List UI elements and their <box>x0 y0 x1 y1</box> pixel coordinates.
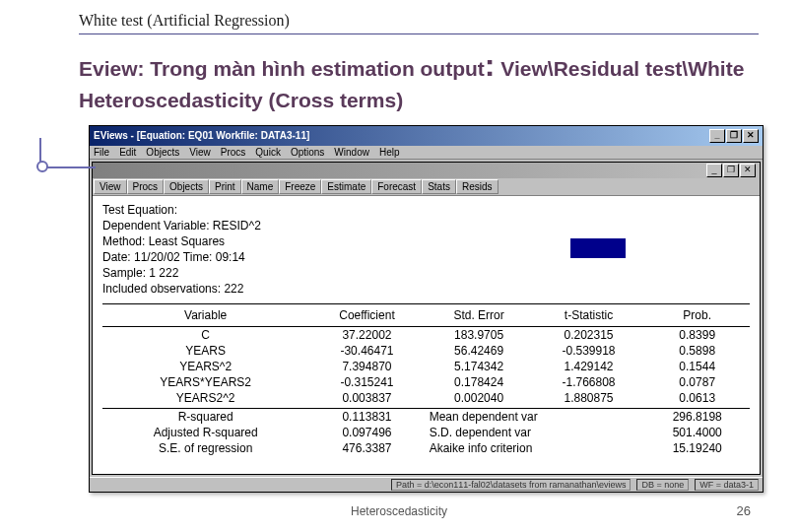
tool-name[interactable]: Name <box>241 179 280 194</box>
col-prob: Prob. <box>644 303 750 326</box>
table-row: YEARS-30.4647156.42469-0.5399180.5898 <box>102 343 750 359</box>
app-titlebar: EViews - [Equation: EQ01 Workfile: DATA3… <box>90 126 763 146</box>
col-tstat: t-Statistic <box>533 303 645 326</box>
table-row: YEARS^27.3948705.1743421.4291420.1544 <box>102 359 750 374</box>
menu-objects[interactable]: Objects <box>146 147 179 158</box>
decor-accent <box>39 138 41 167</box>
menu-procs[interactable]: Procs <box>221 147 246 158</box>
status-wf: WF = data3-1 <box>695 479 759 491</box>
table-row: YEARS2^20.0038370.0020401.8808750.0613 <box>102 390 750 406</box>
tool-stats[interactable]: Stats <box>422 179 456 194</box>
tool-view[interactable]: View <box>94 179 127 194</box>
stats-row: Adjusted R-squared 0.097496 S.D. depende… <box>102 425 750 440</box>
maximize-button[interactable]: ❐ <box>726 129 742 143</box>
slide-title: White test (Artificial Regression) <box>79 12 290 29</box>
info-method: Method: Least Squares <box>102 233 750 249</box>
stats-row: S.E. of regression 476.3387 Akaike info … <box>102 440 750 456</box>
info-obs: Included observations: 222 <box>102 281 750 297</box>
menu-options[interactable]: Options <box>291 147 324 158</box>
eq-minimize-button[interactable]: _ <box>706 164 722 177</box>
equation-window: _ ❐ ✕ View Procs Objects Print Name Free… <box>92 162 761 475</box>
tool-objects[interactable]: Objects <box>164 179 209 194</box>
menu-window[interactable]: Window <box>334 147 369 158</box>
highlight-rectangle <box>570 238 626 258</box>
close-button[interactable]: ✕ <box>743 129 759 143</box>
menu-edit[interactable]: Edit <box>119 147 136 158</box>
tool-resids[interactable]: Resids <box>456 179 499 194</box>
menu-view[interactable]: View <box>189 147 211 158</box>
tool-forecast[interactable]: Forecast <box>371 179 422 194</box>
col-variable: Variable <box>102 303 308 326</box>
col-coefficient: Coefficient <box>308 303 425 326</box>
menu-help[interactable]: Help <box>379 147 400 158</box>
status-path: Path = d:\econ111-fal02\datasets from ra… <box>391 479 631 491</box>
col-stderror: Std. Error <box>426 303 533 326</box>
status-db: DB = none <box>636 479 689 491</box>
menu-file[interactable]: File <box>94 147 109 158</box>
tool-procs[interactable]: Procs <box>127 179 165 194</box>
eq-maximize-button[interactable]: ❐ <box>723 164 739 177</box>
table-row: YEARS*YEARS2-0.3152410.178424-1.7668080.… <box>102 374 750 390</box>
slide-footer: Heteroscedasticity <box>0 504 798 518</box>
info-depvar: Dependent Variable: RESID^2 <box>102 218 750 233</box>
info-sample: Sample: 1 222 <box>102 265 750 281</box>
eviews-window: EViews - [Equation: EQ01 Workfile: DATA3… <box>89 125 764 493</box>
menu-quick[interactable]: Quick <box>255 147 281 158</box>
minimize-button[interactable]: _ <box>709 129 725 143</box>
stats-row: R-squared 0.113831 Mean dependent var 29… <box>102 408 750 425</box>
eq-close-button[interactable]: ✕ <box>740 164 756 177</box>
equation-titlebar: _ ❐ ✕ <box>93 163 760 178</box>
menubar: File Edit Objects View Procs Quick Optio… <box>90 146 763 160</box>
result-pane: Test Equation: Dependent Variable: RESID… <box>93 196 760 474</box>
page-number: 26 <box>737 503 751 518</box>
table-row: C37.22002183.97050.2023150.8399 <box>102 326 750 343</box>
info-date: Date: 11/20/02 Time: 09:14 <box>102 249 750 265</box>
info-test-equation: Test Equation: <box>102 202 750 218</box>
statusbar: Path = d:\econ111-fal02\datasets from ra… <box>90 477 763 492</box>
tool-estimate[interactable]: Estimate <box>321 179 371 194</box>
slide-subtitle: Eview: Trong màn hình estimation output:… <box>79 44 759 115</box>
tool-print[interactable]: Print <box>209 179 241 194</box>
app-title: EViews - [Equation: EQ01 Workfile: DATA3… <box>94 130 309 141</box>
toolbar: View Procs Objects Print Name Freeze Est… <box>93 178 760 196</box>
tool-freeze[interactable]: Freeze <box>279 179 321 194</box>
coefficient-table: Variable Coefficient Std. Error t-Statis… <box>102 303 750 456</box>
